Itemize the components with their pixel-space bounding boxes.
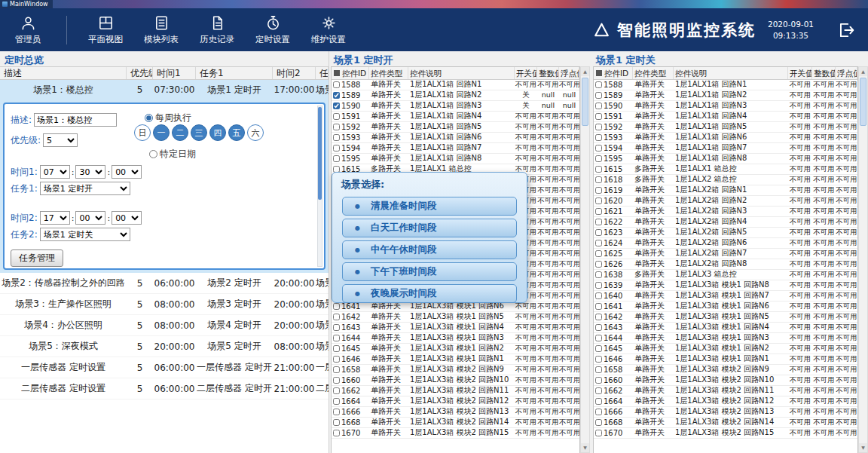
time2-select-2[interactable]: 00 bbox=[112, 211, 142, 225]
control-row[interactable]: 1660单路开关1层1ALX3箱 模块2 回路N10不可用不可用不可用 bbox=[594, 375, 857, 386]
control-row[interactable]: 1641单路开关1层1ALX3箱 模块1 回路N6不可用不可用不可用 bbox=[594, 301, 857, 312]
overview-row[interactable]: 场景1：楼总控507:30:00场景1 定时开17:00:00场景 bbox=[0, 80, 329, 99]
row-checkbox[interactable] bbox=[595, 430, 602, 436]
editor-scrollbar[interactable] bbox=[317, 106, 322, 267]
scene-option[interactable]: ●清晨准备时间段 bbox=[342, 197, 517, 216]
control-row[interactable]: 1646单路开关1层1ALX3箱 模块1 回路N1不可用不可用不可用 bbox=[594, 354, 857, 365]
row-checkbox[interactable] bbox=[595, 134, 602, 141]
row-checkbox[interactable] bbox=[333, 409, 340, 415]
control-row[interactable]: 1591单路开关1层1ALX1箱 回路N4不可用不可用不可用 bbox=[594, 112, 857, 122]
weekly-radio[interactable] bbox=[145, 114, 153, 122]
row-checkbox[interactable] bbox=[595, 155, 602, 162]
weekday-circle-5[interactable]: 五 bbox=[228, 124, 245, 141]
control-row[interactable]: 1643单路开关1层1ALX3箱 模块1 回路N4不可用不可用不可用 bbox=[594, 323, 857, 333]
row-checkbox[interactable] bbox=[595, 197, 602, 204]
time2-select-0[interactable]: 17 bbox=[40, 211, 70, 225]
row-checkbox[interactable] bbox=[333, 314, 340, 320]
row-checkbox[interactable] bbox=[595, 92, 602, 99]
toolbar-button-admin[interactable]: 管理员 bbox=[0, 10, 56, 50]
row-checkbox[interactable] bbox=[333, 134, 340, 141]
control-row[interactable]: 1644单路开关1层1ALX3箱 模块1 回路N3不可用不可用不可用 bbox=[332, 333, 579, 344]
control-row[interactable]: 1660单路开关1层1ALX3箱 模块2 回路N10不可用不可用不可用 bbox=[332, 375, 579, 386]
task-manage-button[interactable]: 任务管理 bbox=[11, 249, 63, 267]
scroll-thumb[interactable] bbox=[582, 78, 588, 126]
toolbar-button-maintenance-settings[interactable]: 维护设置 bbox=[301, 10, 356, 50]
time1-select-1[interactable]: 30 bbox=[75, 165, 105, 179]
row-checkbox[interactable] bbox=[595, 240, 602, 246]
control-row[interactable]: 1668单路开关1层1ALX3箱 模块2 回路N14不可用不可用不可用 bbox=[594, 418, 857, 428]
scene-option[interactable]: ●白天工作时间段 bbox=[342, 219, 517, 237]
control-row[interactable]: 1590单路开关1层1ALX1箱 回路N3关nullnull bbox=[332, 101, 579, 112]
control-row[interactable]: 1666单路开关1层1ALX3箱 模块2 回路N13不可用不可用不可用 bbox=[332, 407, 579, 418]
overview-row[interactable]: 场景2：传感器控制之外的回路506:00:00场景2 定时开20:00:00场景 bbox=[0, 273, 329, 294]
row-checkbox[interactable] bbox=[595, 219, 602, 225]
row-checkbox[interactable] bbox=[595, 324, 602, 331]
control-row[interactable]: 1595单路开关1层1ALX1箱 回路N8不可用不可用不可用 bbox=[594, 154, 857, 164]
row-checkbox[interactable] bbox=[333, 145, 340, 152]
row-checkbox[interactable] bbox=[595, 356, 602, 363]
row-checkbox[interactable] bbox=[333, 155, 340, 162]
row-checkbox[interactable] bbox=[595, 229, 602, 236]
weekday-circle-3[interactable]: 三 bbox=[191, 124, 207, 141]
row-checkbox[interactable] bbox=[595, 187, 602, 194]
row-checkbox[interactable] bbox=[595, 292, 602, 299]
row-checkbox[interactable] bbox=[595, 303, 602, 310]
control-row[interactable]: 1590单路开关1层1ALX1箱 回路N3不可用不可用不可用 bbox=[594, 101, 857, 112]
time2-select-1[interactable]: 00 bbox=[75, 211, 105, 225]
control-row[interactable]: 1644单路开关1层1ALX3箱 模块1 回路N3不可用不可用不可用 bbox=[594, 333, 857, 344]
row-checkbox[interactable] bbox=[333, 335, 340, 341]
row-checkbox[interactable] bbox=[595, 81, 602, 88]
row-checkbox[interactable] bbox=[333, 366, 340, 373]
row-checkbox[interactable] bbox=[595, 282, 602, 289]
control-row[interactable]: 1595单路开关1层1ALX1箱 回路N8不可用不可用不可用 bbox=[332, 154, 579, 164]
weekday-circle-2[interactable]: 二 bbox=[172, 124, 188, 141]
control-row[interactable]: 1623单路开关1层1ALX2箱 回路N5不可用不可用不可用 bbox=[594, 228, 857, 238]
row-checkbox[interactable] bbox=[333, 387, 340, 394]
control-row[interactable]: 1666单路开关1层1ALX3箱 模块2 回路N13不可用不可用不可用 bbox=[594, 407, 857, 418]
row-checkbox[interactable] bbox=[595, 176, 602, 183]
toolbar-button-timer-settings[interactable]: 定时设置 bbox=[245, 10, 301, 50]
control-row[interactable]: 1593单路开关1层1ALX1箱 回路N6不可用不可用不可用 bbox=[332, 133, 579, 143]
row-checkbox[interactable] bbox=[333, 430, 340, 436]
row-checkbox[interactable] bbox=[595, 419, 602, 426]
row-checkbox[interactable] bbox=[333, 303, 340, 310]
control-row[interactable]: 1668单路开关1层1ALX3箱 模块2 回路N14不可用不可用不可用 bbox=[332, 418, 579, 428]
control-row[interactable]: 1594单路开关1层1ALX1箱 回路N7不可用不可用不可用 bbox=[594, 143, 857, 154]
scene-option[interactable]: ●下午下班时间段 bbox=[342, 262, 517, 281]
row-checkbox[interactable] bbox=[595, 409, 602, 415]
scroll-down-arrow[interactable]: ▼ bbox=[581, 443, 589, 452]
overview-row[interactable]: 场景3：生产操作区照明508:00:00场景3 定时开20:00:00场景 bbox=[0, 294, 329, 315]
row-checkbox[interactable] bbox=[595, 377, 602, 384]
task1-select[interactable]: 场景1 定时开 bbox=[40, 182, 130, 195]
control-row[interactable]: 1591单路开关1层1ALX1箱 回路N4不可用不可用不可用 bbox=[332, 112, 579, 122]
scroll-thumb[interactable] bbox=[860, 78, 866, 126]
control-row[interactable]: 1664单路开关1层1ALX3箱 模块2 回路N12不可用不可用不可用 bbox=[332, 396, 579, 407]
logout-button[interactable] bbox=[836, 20, 856, 40]
toolbar-button-history[interactable]: 历史记录 bbox=[189, 10, 245, 50]
control-row[interactable]: 1594单路开关1层1ALX1箱 回路N7不可用不可用不可用 bbox=[332, 143, 579, 154]
toolbar-button-plan-view[interactable]: 平面视图 bbox=[78, 10, 133, 50]
control-row[interactable]: 1670单路开关1层1ALX3箱 模块2 回路N15不可用不可用不可用 bbox=[594, 428, 857, 439]
control-row[interactable]: 1619单路开关1层1ALX2箱 回路N1不可用不可用不可用 bbox=[594, 185, 857, 196]
control-row[interactable]: 1588单路开关1层1ALX1箱 回路N1不可用不可用不可用 bbox=[332, 80, 579, 90]
row-checkbox[interactable] bbox=[595, 271, 602, 278]
control-row[interactable]: 1592单路开关1层1ALX1箱 回路N5不可用不可用不可用 bbox=[332, 122, 579, 133]
row-checkbox[interactable] bbox=[333, 103, 340, 109]
weekday-circle-1[interactable]: 一 bbox=[153, 124, 170, 141]
row-checkbox[interactable] bbox=[595, 366, 602, 373]
row-checkbox[interactable] bbox=[595, 261, 602, 268]
row-checkbox[interactable] bbox=[333, 92, 340, 99]
row-checkbox[interactable] bbox=[333, 81, 340, 88]
desc-input[interactable] bbox=[34, 113, 117, 127]
scroll-down-arrow[interactable]: ▼ bbox=[859, 443, 867, 452]
row-checkbox[interactable] bbox=[595, 387, 602, 394]
overview-row[interactable]: 场景5：深夜模式520:00:00场景5 定时开08:00:00场景 bbox=[0, 336, 329, 357]
scroll-up-arrow[interactable]: ▲ bbox=[859, 67, 867, 76]
task2-select[interactable]: 场景1 定时关 bbox=[40, 228, 130, 241]
toolbar-button-module-list[interactable]: 模块列表 bbox=[133, 10, 189, 50]
scene-on-scrollbar[interactable]: ▲ ▼ bbox=[580, 66, 590, 453]
control-row[interactable]: 1662单路开关1层1ALX3箱 模块2 回路N11不可用不可用不可用 bbox=[594, 386, 857, 396]
row-checkbox[interactable] bbox=[595, 335, 602, 341]
select-all-checkbox[interactable] bbox=[334, 70, 340, 76]
scene-off-scrollbar[interactable]: ▲ ▼ bbox=[858, 66, 868, 453]
